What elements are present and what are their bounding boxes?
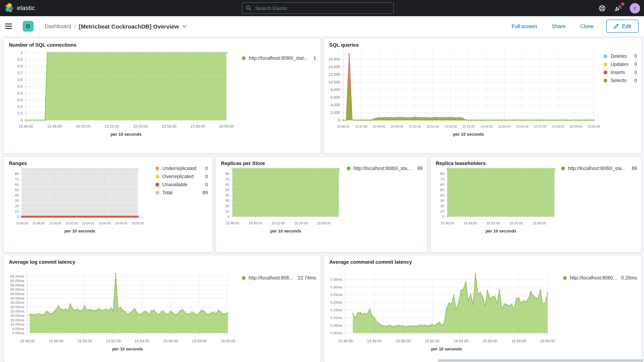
legend-dot-icon — [242, 276, 246, 280]
svg-text:15:48:00: 15:48:00 — [367, 339, 382, 343]
legend-dot-icon — [156, 175, 159, 178]
legend-value: 0 — [199, 166, 208, 171]
svg-text:5.00ms: 5.00ms — [12, 327, 24, 331]
svg-text:15:50:00: 15:50:00 — [408, 125, 421, 128]
svg-text:65.00ms: 65.00ms — [10, 274, 24, 278]
page-title[interactable]: [Metricbeat CockroachDB] Overview — [79, 23, 179, 30]
svg-text:15:48:00: 15:48:00 — [373, 125, 385, 128]
chart-legend: http://localhost:8080/_sta...89 — [346, 166, 423, 171]
svg-text:0.00ms: 0.00ms — [330, 331, 342, 335]
svg-text:15.00ms: 15.00ms — [10, 318, 24, 322]
svg-text:1: 1 — [21, 50, 23, 55]
chart-legend: http://localhost:808...22.74ms — [242, 275, 316, 281]
svg-text:20: 20 — [226, 204, 230, 208]
svg-text:15:50:00: 15:50:00 — [76, 124, 90, 128]
svg-text:15:48:00: 15:48:00 — [32, 222, 45, 225]
legend-dot-icon — [604, 70, 608, 74]
svg-text:15:46:00: 15:46:00 — [338, 339, 353, 343]
legend-item[interactable]: Selects0 — [604, 78, 637, 83]
svg-text:15:58:00: 15:58:00 — [532, 221, 546, 225]
svg-text:15:56:00: 15:56:00 — [482, 339, 497, 343]
dashboard-badge[interactable]: D — [23, 21, 34, 32]
svg-text:15:57:00: 15:57:00 — [534, 125, 546, 128]
legend-label: http://localhost:8080... — [570, 275, 617, 281]
legend-item[interactable]: Unavailable0 — [156, 182, 208, 187]
svg-text:16:00:00: 16:00:00 — [540, 339, 555, 343]
chart-canvas: 0.00ms5.00ms10.00ms15.00ms20.00ms25.00ms… — [4, 255, 321, 362]
sql-queries-chart[interactable]: 02,0004,0006,0008,00010,00012,00014,0001… — [324, 38, 642, 154]
svg-text:15:59:00: 15:59:00 — [570, 125, 582, 128]
breadcrumb-dashboard[interactable]: Dashboard — [45, 23, 71, 29]
legend-label: http://localhost:8080/_sta... — [568, 166, 626, 171]
dashboard-toolbar: D Dashboard / [Metricbeat CockroachDB] O… — [0, 16, 644, 36]
svg-text:15:54:00: 15:54:00 — [454, 339, 468, 343]
full-screen-button[interactable]: Full screen — [509, 23, 539, 30]
panel-replicas-per-store: Replicas per Store 0102030405060708015:4… — [215, 156, 428, 252]
clone-button[interactable]: Clone — [578, 23, 596, 30]
svg-text:0: 0 — [442, 214, 444, 218]
topbar-actions: r — [597, 0, 640, 16]
svg-text:15:56:00: 15:56:00 — [516, 125, 528, 128]
panel-replica-leaseholders: Replica leaseholders 0102030405060708015… — [430, 156, 642, 252]
legend-value: 0 — [632, 62, 637, 67]
legend-label: http://localhost:808... — [248, 275, 293, 281]
chart-legend: Deletes0Updates0Inserts0Selects0 — [604, 54, 637, 83]
chart-canvas: 0.00ms0.05ms0.10ms0.15ms0.20ms0.25ms0.30… — [324, 255, 642, 362]
svg-text:15:58:00: 15:58:00 — [190, 124, 205, 128]
svg-text:15:55:00: 15:55:00 — [510, 221, 523, 225]
share-button[interactable]: Share — [549, 23, 568, 30]
svg-text:30: 30 — [226, 198, 230, 202]
svg-text:16:00:00: 16:00:00 — [220, 339, 235, 343]
legend-item[interactable]: Updates0 — [604, 62, 637, 67]
legend-item[interactable]: http://localhost:8080/_stat...1 — [242, 56, 316, 61]
svg-text:per 10 seconds: per 10 seconds — [453, 132, 484, 137]
command-commit-latency-chart[interactable]: 0.00ms0.05ms0.10ms0.15ms0.20ms0.25ms0.30… — [324, 255, 642, 362]
svg-text:30: 30 — [15, 198, 19, 202]
horizontal-scrollbar[interactable] — [438, 359, 643, 362]
search-input[interactable] — [254, 5, 390, 11]
legend-item[interactable]: http://localhost:8080/_sta...89 — [346, 166, 423, 171]
global-search[interactable] — [242, 2, 394, 14]
user-avatar[interactable]: r — [630, 3, 640, 13]
svg-text:0: 0 — [227, 214, 230, 218]
search-icon — [246, 6, 252, 11]
legend-dot-icon — [563, 276, 567, 280]
help-icon[interactable] — [597, 4, 606, 13]
legend-item[interactable]: Inserts0 — [604, 70, 637, 75]
legend-item[interactable]: Deletes0 — [604, 54, 637, 59]
pencil-icon — [614, 24, 619, 29]
svg-text:15:54:00: 15:54:00 — [133, 124, 148, 128]
legend-value: 89 — [628, 166, 637, 171]
svg-text:15:49:00: 15:49:00 — [248, 221, 262, 225]
breadcrumb: Dashboard / [Metricbeat CockroachDB] Ove… — [45, 23, 187, 30]
legend-dot-icon — [561, 166, 565, 170]
legend-item[interactable]: http://localhost:808...22.74ms — [242, 275, 316, 281]
log-commit-latency-chart[interactable]: 0.00ms5.00ms10.00ms15.00ms20.00ms25.00ms… — [4, 255, 321, 362]
svg-text:15:48:00: 15:48:00 — [48, 339, 63, 343]
legend-item[interactable]: http://localhost:8080...0.26ms — [563, 275, 637, 281]
svg-text:35.00ms: 35.00ms — [10, 300, 24, 304]
edit-button[interactable]: Edit — [606, 20, 638, 33]
svg-text:40: 40 — [226, 193, 230, 197]
newsfeed-icon[interactable] — [614, 4, 623, 13]
svg-text:0.6: 0.6 — [17, 78, 23, 82]
legend-item[interactable]: Underreplicated0 — [156, 166, 208, 171]
svg-text:55.00ms: 55.00ms — [10, 283, 24, 287]
legend-item[interactable]: http://localhost:8080/_sta...89 — [561, 166, 637, 171]
chevron-down-icon[interactable] — [182, 24, 187, 29]
svg-text:2,000: 2,000 — [330, 110, 340, 115]
svg-text:15:58:00: 15:58:00 — [317, 221, 330, 225]
legend-dot-icon — [604, 54, 608, 58]
svg-text:per 10 seconds: per 10 seconds — [111, 132, 142, 137]
svg-text:15:54:00: 15:54:00 — [134, 339, 149, 343]
legend-item[interactable]: Overreplicated0 — [156, 174, 208, 179]
svg-text:16:00:00: 16:00:00 — [588, 125, 600, 128]
svg-text:15:46:00: 15:46:00 — [20, 339, 35, 343]
legend-value: 0 — [632, 78, 637, 83]
svg-text:50: 50 — [440, 188, 444, 192]
legend-label: Underreplicated — [162, 166, 196, 171]
legend-item[interactable]: Total89 — [156, 190, 208, 196]
elastic-logo[interactable]: elastic — [5, 3, 35, 13]
svg-text:15:58:00: 15:58:00 — [192, 339, 206, 343]
menu-icon[interactable] — [0, 16, 17, 36]
